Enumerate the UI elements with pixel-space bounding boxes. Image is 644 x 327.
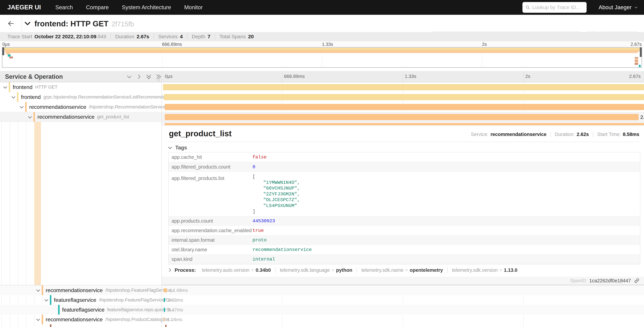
stat-trace-start: Trace Start October 22 2022, 22:10:09.54… (8, 34, 110, 40)
span-row-frontend-grpc[interactable]: frontend grpc.hipstershop.Recommendation… (0, 92, 644, 102)
tags-section-toggle[interactable]: Tags (168, 145, 187, 151)
row-collapse-chevron-icon[interactable] (11, 95, 16, 100)
span-row-get-product-list-selected[interactable]: recommendationservice get_product_list 2… (0, 112, 644, 122)
tag-row: otel.library.name recommendationservice (168, 245, 640, 254)
span-duration-bar[interactable] (164, 288, 167, 292)
service-name: recommendationservice (38, 114, 94, 120)
span-duration-bar[interactable] (164, 318, 165, 322)
expand-one-icon[interactable] (136, 74, 142, 80)
span-duration-bar[interactable] (164, 298, 165, 302)
span-row-partial[interactable] (0, 324, 644, 327)
span-duration-bar[interactable] (165, 325, 166, 327)
span-row-featureflag-repo-query[interactable]: featureflagservice featureflagservice.re… (0, 305, 644, 314)
trace-title-text: frontend: HTTP GET (34, 19, 108, 28)
list-open-bracket: [ (252, 174, 300, 180)
tag-key: otel.library.name (168, 245, 252, 254)
row-collapse-chevron-icon[interactable] (44, 298, 49, 303)
minimap-canvas (2, 48, 642, 67)
service-name: recommendationservice (29, 104, 86, 110)
minimap-span-bar (634, 57, 638, 58)
span-row-names[interactable]: frontend grpc.hipstershop.Recommendation… (21, 92, 175, 102)
trace-id-lookup-input[interactable] (532, 4, 584, 10)
minimap-span-bar (5, 50, 639, 52)
row-collapse-chevron-icon[interactable] (36, 317, 41, 322)
collapse-trace-chevron-icon[interactable] (24, 20, 31, 27)
process-tag: telemetry.auto.version = 0.34b0 (198, 268, 275, 273)
collapse-one-icon[interactable] (126, 74, 132, 80)
stat-depth: Depth 7 (187, 34, 215, 40)
operation-name: grpc.hipstershop.RecommendationService/L… (43, 94, 175, 100)
about-jaeger-menu[interactable]: About Jaeger (599, 4, 638, 10)
equals-sign: = (499, 268, 502, 273)
equals-sign: = (332, 268, 334, 273)
total-spans-label: Total Spans (220, 34, 246, 40)
services-label: Services (158, 34, 178, 40)
span-row-productcatalog-parent[interactable]: recommendationservice /hipstershop.Produ… (0, 314, 644, 324)
minimap-right-scrubber-handle[interactable] (640, 48, 642, 57)
header-gridline (282, 71, 282, 82)
nav-item-system-architecture[interactable]: System Architecture (122, 4, 171, 10)
meta-separator (550, 132, 551, 137)
trace-minimap[interactable] (2, 47, 642, 68)
span-duration-bar[interactable] (164, 94, 644, 100)
service-name: featureflagservice (62, 307, 104, 313)
nav-item-compare[interactable]: Compare (86, 4, 109, 10)
trace-start-value: October 22 2022, 22:10:09 (34, 34, 96, 40)
nav-item-monitor[interactable]: Monitor (184, 4, 203, 10)
duration-value: 2.67s (137, 34, 149, 40)
span-row-frontend-http-get[interactable]: frontend HTTP GET (0, 82, 644, 92)
process-key: telemetry.sdk.version (452, 268, 498, 273)
minimap-span-bar (634, 63, 638, 65)
collapse-all-icon[interactable] (146, 74, 152, 80)
span-duration-bar[interactable] (164, 308, 165, 312)
span-duration-bar[interactable] (165, 104, 644, 110)
span-id-label: SpanID: (570, 278, 587, 283)
row-collapse-chevron-icon[interactable] (36, 288, 41, 293)
trace-id-lookup-box (522, 2, 586, 13)
trace-stats-bar: Trace Start October 22 2022, 22:10:09.54… (0, 32, 644, 41)
span-row-featureflag-parent[interactable]: recommendationservice /hipstershop.Featu… (0, 285, 644, 295)
column-resize-grip[interactable] (157, 77, 160, 82)
minimap-tick-1: 666.89ms (162, 42, 182, 47)
span-row-names[interactable]: recommendationservice /hipstershop.Featu… (46, 285, 174, 295)
brand-logo[interactable]: JAEGER UI (8, 4, 41, 11)
span-row-names[interactable]: featureflagservice /hipstershop.FeatureF… (54, 295, 176, 305)
process-tag: telemetry.sdk.language = python (275, 268, 356, 273)
span-row-names[interactable]: recommendationservice /hipstershop.Recom… (29, 102, 176, 112)
minimap-left-scrubber-handle[interactable] (2, 48, 4, 55)
row-collapse-chevron-icon[interactable] (27, 115, 32, 120)
deep-link-icon[interactable] (634, 278, 640, 284)
row-collapse-chevron-icon[interactable] (3, 85, 8, 90)
span-row-names[interactable]: featureflagservice featureflagservice.re… (62, 305, 175, 314)
span-duration-bar[interactable] (163, 84, 644, 90)
span-row-names[interactable]: recommendationservice /hipstershop.Produ… (46, 314, 173, 324)
detail-duration-value: 2.62s (577, 132, 589, 137)
service-color-bar (50, 324, 51, 327)
span-row-featureflagservice[interactable]: featureflagservice /hipstershop.FeatureF… (0, 295, 644, 305)
row-collapse-chevron-icon[interactable] (19, 104, 24, 110)
column-divider[interactable] (162, 71, 162, 327)
span-duration-bar[interactable] (165, 114, 639, 120)
span-row-recommendation-list[interactable]: recommendationservice /hipstershop.Recom… (0, 102, 644, 112)
minimap-span-bar (4, 48, 641, 50)
back-arrow-icon (7, 20, 14, 27)
span-duration-label: 14.49ms (170, 288, 188, 293)
tag-key: app.filtered_products.list (168, 172, 252, 216)
duration-label: Duration (115, 34, 134, 40)
tree-collapse-controls (126, 74, 162, 80)
back-button[interactable] (0, 15, 22, 32)
detail-span-strip-bar[interactable] (165, 123, 644, 125)
nav-item-search[interactable]: Search (55, 4, 73, 10)
span-row-names[interactable]: recommendationservice get_product_list (38, 112, 129, 122)
process-value: 1.13.0 (504, 268, 518, 273)
minimap-span-bar (635, 58, 638, 60)
span-rows-top: frontend HTTP GET frontend grpc.hipsters… (0, 82, 644, 122)
span-row-names[interactable]: frontend HTTP GET (13, 82, 58, 92)
service-color-bar (58, 305, 60, 314)
tag-row: app.products.count 44530923 (168, 216, 640, 226)
process-section-toggle[interactable]: Process: telemetry.auto.version = 0.34b0… (168, 266, 522, 274)
tag-value: 8 (252, 162, 255, 172)
operation-name: /hipstershop.ProductCatalogSer... (106, 317, 173, 322)
timeline-tick-1: 666.89ms (284, 74, 305, 79)
detail-meta: Service: recommendationservice Duration:… (471, 132, 639, 137)
